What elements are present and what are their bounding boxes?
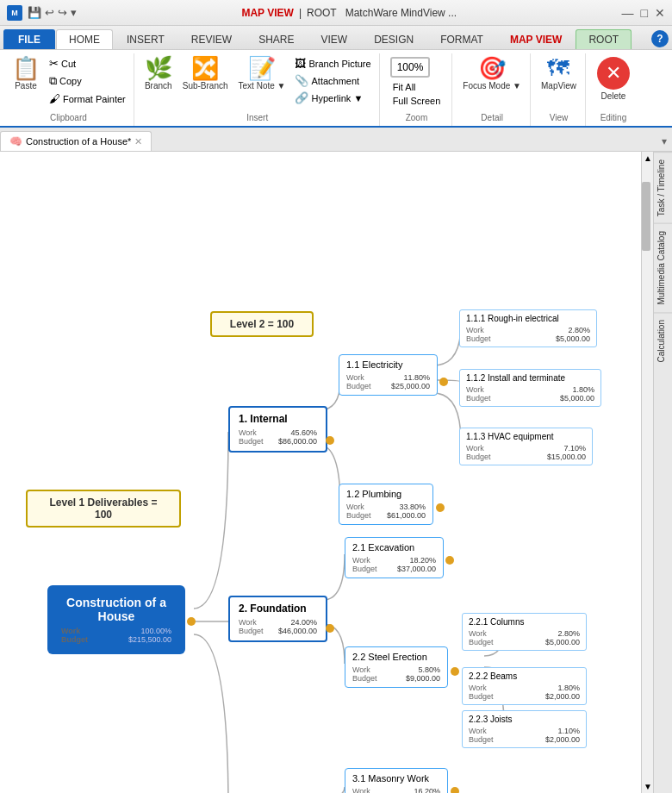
sidebar-tab-calculation[interactable]: Calculation (654, 312, 672, 369)
insert-content: 🌿 Branch 🔀 Sub-Branch 📝 Text Note ▼ 🖼 Br… (141, 55, 374, 113)
paste-button[interactable]: 📋 Paste (9, 55, 43, 92)
columns-node[interactable]: 2.2.1 Columns Work 2.80% Budget $5,000.0… (462, 613, 587, 651)
maximize-btn[interactable]: □ (641, 6, 648, 20)
save-icon[interactable]: 💾 (28, 6, 41, 19)
mapview-button[interactable]: 🗺 MapView (538, 55, 580, 92)
tab-design[interactable]: DESIGN (361, 29, 426, 49)
zoom-content: 100% Fit All Full Screen (387, 55, 447, 113)
title-bar: M 💾 ↩ ↪ ▾ MAP VIEW | ROOT MatchWare Mind… (0, 0, 672, 26)
scroll-down-arrow[interactable]: ▼ (642, 780, 653, 793)
excavation-node[interactable]: 2.1 Excavation Work 18.20% Budget $37,00… (345, 537, 444, 578)
tab-mapview[interactable]: MAP VIEW (497, 29, 575, 49)
electricity-title: 1.1 Electricity (346, 359, 430, 370)
editing-content: ✕ Delete (594, 55, 633, 113)
root-dot (187, 617, 196, 626)
foundation-node[interactable]: 2. Foundation Work 24.00% Budget $46,000… (228, 596, 327, 642)
undo-icon[interactable]: ↩ (45, 6, 54, 19)
branch-icon: 🌿 (145, 57, 172, 79)
root-node[interactable]: Construction of a House Work 100.00% Bud… (47, 585, 185, 654)
internal-dot (326, 436, 334, 445)
sidebar-tab-task[interactable]: Task / Timeline (654, 152, 672, 223)
attachment-button[interactable]: 📎 Attachment (292, 72, 373, 89)
doc-tab-main[interactable]: 🧠 Construction of a House* ✕ (0, 131, 152, 151)
text-note-button[interactable]: 📝 Text Note ▼ (235, 55, 289, 92)
tab-share[interactable]: SHARE (246, 29, 307, 49)
plumbing-node[interactable]: 1.2 Plumbing Work 33.80% Budget $61,000.… (339, 484, 433, 525)
copy-label: Copy (59, 76, 82, 86)
masonry-node[interactable]: 3.1 Masonry Work Work 16.20% Budget $62,… (345, 768, 448, 793)
doc-tab-title: Construction of a House* (26, 136, 131, 147)
focus-mode-button[interactable]: 🎯 Focus Mode ▼ (459, 55, 525, 92)
beams-stats: Work 1.80% Budget $2,000.00 (469, 684, 580, 701)
tab-insert[interactable]: INSERT (114, 29, 177, 49)
beams-title: 2.2.2 Beams (469, 671, 580, 681)
scroll-thumb[interactable] (642, 182, 650, 251)
doc-tabs: 🧠 Construction of a House* ✕ ▾ (0, 128, 672, 152)
masonry-title: 3.1 Masonry Work (352, 773, 440, 784)
paste-icon: 📋 (12, 57, 40, 79)
tab-root[interactable]: ROOT (576, 29, 632, 49)
internal-node[interactable]: 1. Internal Work 45.60% Budget $86,000.0… (228, 406, 327, 453)
full-screen-button[interactable]: Full Screen (390, 94, 444, 108)
fit-all-button[interactable]: Fit All (390, 80, 419, 94)
menu-icon[interactable]: ▾ (71, 6, 77, 19)
tab-file[interactable]: FILE (3, 29, 55, 49)
electricity-node[interactable]: 1.1 Electricity Work 11.80% Budget $25,0… (339, 354, 438, 396)
joists-node[interactable]: 2.2.3 Joists Work 1.10% Budget $2,000.00 (462, 710, 587, 748)
branch-picture-button[interactable]: 🖼 Branch Picture (292, 55, 373, 72)
detail-group: 🎯 Focus Mode ▼ Detail (454, 53, 531, 126)
branch-label: Branch (145, 81, 172, 91)
delete-icon: ✕ (597, 57, 630, 90)
clipboard-group: 📋 Paste ✂ Cut ⧉ Copy 🖌 Format Painter Cl… (3, 53, 134, 126)
format-painter-button[interactable]: 🖌 Format Painter (47, 91, 128, 107)
hvac-node[interactable]: 1.1.3 HVAC equipment Work 7.10% Budget $… (459, 428, 593, 465)
text-note-label: Text Note ▼ (239, 81, 286, 91)
root-label: ROOT (307, 7, 337, 19)
foundation-stats: Work 24.00% Budget $46,000.00 (239, 618, 317, 635)
format-painter-label: Format Painter (63, 94, 126, 104)
text-note-icon: 📝 (248, 57, 276, 79)
clipboard-content: 📋 Paste ✂ Cut ⧉ Copy 🖌 Format Painter (9, 55, 128, 113)
scroll-up-arrow[interactable]: ▲ (642, 152, 653, 165)
sub-branch-button[interactable]: 🔀 Sub-Branch (179, 55, 232, 92)
electricity-dot (439, 378, 448, 386)
beams-node[interactable]: 2.2.2 Beams Work 1.80% Budget $2,000.00 (462, 667, 587, 705)
right-sidebar: Task / Timeline Multimedia Catalog Calcu… (653, 152, 672, 793)
steel-erection-node[interactable]: 2.2 Steel Erection Work 5.80% Budget $9,… (345, 646, 448, 688)
branch-button[interactable]: 🌿 Branch (141, 55, 176, 92)
tab-view[interactable]: VIEW (308, 29, 360, 49)
rough-in-node[interactable]: 1.1.1 Rough-in electrical Work 2.80% Bud… (459, 309, 597, 347)
zoom-100-button[interactable]: 100% (390, 57, 431, 78)
cut-button[interactable]: ✂ Cut (47, 55, 128, 72)
internal-stats: Work 45.60% Budget $86,000.00 (239, 428, 317, 446)
title-right[interactable]: — □ ✕ (622, 6, 665, 20)
steel-erection-title: 2.2 Steel Erection (352, 652, 440, 662)
plumbing-title: 1.2 Plumbing (346, 489, 426, 499)
doc-tab-close[interactable]: ✕ (134, 136, 142, 147)
vertical-scrollbar[interactable]: ▲ ▼ (641, 152, 653, 793)
insert-label: Insert (246, 113, 268, 124)
redo-icon[interactable]: ↪ (58, 6, 67, 19)
scroll-track[interactable] (642, 165, 653, 780)
fit-all-label: Fit All (393, 82, 416, 92)
help-button[interactable]: ? (651, 30, 669, 47)
level2-box-text: Level 2 = 100 (230, 318, 294, 330)
doc-tab-arrow[interactable]: ▾ (656, 132, 672, 151)
zoom-control[interactable]: 100% Fit All Full Screen (387, 55, 447, 109)
copy-button[interactable]: ⧉ Copy (47, 72, 128, 90)
minimize-btn[interactable]: — (622, 6, 634, 20)
tab-review[interactable]: REVIEW (178, 29, 245, 49)
sidebar-tab-multimedia[interactable]: Multimedia Catalog (654, 223, 672, 312)
delete-button[interactable]: ✕ Delete (594, 55, 633, 103)
columns-stats: Work 2.80% Budget $5,000.00 (469, 629, 580, 646)
hyperlink-button[interactable]: 🔗 Hyperlink ▼ (292, 90, 373, 106)
focus-mode-label: Focus Mode ▼ (463, 81, 521, 91)
install-terminate-node[interactable]: 1.1.2 Install and terminate Work 1.80% B… (459, 369, 601, 407)
mapview-btn-label: MapView (541, 81, 576, 91)
close-btn[interactable]: ✕ (655, 6, 665, 20)
view-group-label: View (550, 113, 569, 124)
tab-home[interactable]: HOME (56, 29, 113, 49)
sub-branch-label: Sub-Branch (183, 81, 228, 91)
mindmap-canvas[interactable]: Level 1 Deliverables =100 Level 2 = 100 … (0, 152, 653, 793)
tab-format[interactable]: FORMAT (427, 29, 496, 49)
